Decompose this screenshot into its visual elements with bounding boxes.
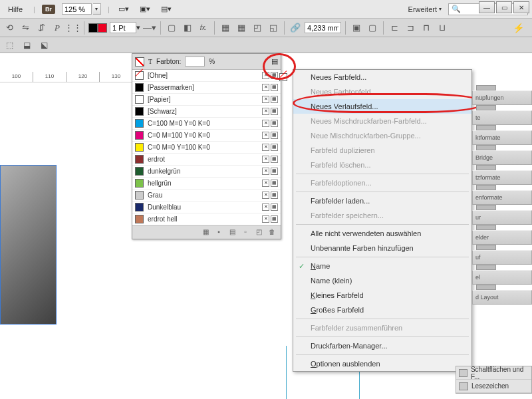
- tool-a-icon[interactable]: ⬚: [3, 39, 16, 51]
- swatch-row[interactable]: [Ohne]✕▦: [132, 70, 281, 82]
- swatch-row[interactable]: [Passermarken]✕▦: [132, 82, 281, 94]
- panel-grip[interactable]: [476, 145, 496, 150]
- menu-item[interactable]: Neues Verlaufsfeld...: [293, 99, 471, 114]
- menu-item[interactable]: Unbenannte Farben hinzufügen: [293, 241, 471, 255]
- stroke-weight-input[interactable]: [110, 22, 136, 33]
- help-menu[interactable]: Hilfe: [4, 3, 27, 15]
- panel-grip[interactable]: [476, 85, 496, 90]
- panel-grip[interactable]: [476, 245, 496, 250]
- panel-grip[interactable]: [476, 105, 496, 110]
- flip-v-icon[interactable]: ⇵: [35, 21, 48, 35]
- zoom-dropdown-icon[interactable]: ▾: [93, 3, 101, 15]
- menu-item[interactable]: Neues Farbfeld...: [293, 70, 471, 84]
- zoom-input[interactable]: [62, 3, 92, 15]
- panel-grip[interactable]: [476, 225, 496, 230]
- bridge-icon[interactable]: Br: [42, 5, 55, 14]
- panel-tab[interactable]: el: [472, 270, 532, 285]
- panel-grip[interactable]: [476, 185, 496, 190]
- swatch-row[interactable]: Dunkelblau✕▦: [132, 201, 281, 213]
- zoom-field[interactable]: ▾: [62, 3, 101, 15]
- corner-icon[interactable]: ◰: [251, 21, 264, 35]
- swatch-row[interactable]: erdrot✕▦: [132, 154, 281, 166]
- menu-item[interactable]: Großes Farbfeld: [293, 303, 471, 317]
- menu-item[interactable]: Name (klein): [293, 273, 471, 288]
- link-icon[interactable]: 🔗: [289, 21, 302, 35]
- minimize-button[interactable]: —: [479, 1, 495, 13]
- show-all-icon[interactable]: ▦: [201, 228, 210, 237]
- swatch-row[interactable]: hellgrün✕▦: [132, 178, 281, 190]
- panel-grip[interactable]: [476, 205, 496, 210]
- trash-icon[interactable]: 🗑: [267, 228, 277, 237]
- swatch-row[interactable]: Grau✕▦: [132, 190, 281, 201]
- align-2-icon[interactable]: ⊐: [404, 21, 417, 35]
- panel-grip[interactable]: [476, 265, 496, 270]
- stroke-weight-field[interactable]: ▾: [110, 22, 140, 33]
- text-wrap2-icon[interactable]: ▦: [235, 21, 248, 35]
- swatch-row[interactable]: dunkelgrün✕▦: [132, 166, 281, 178]
- swatch-row[interactable]: C=100 M=0 Y=0 K=0✕▦: [132, 118, 281, 130]
- panel-tab[interactable]: elder: [472, 230, 532, 245]
- panel-tab[interactable]: ktformate: [472, 130, 532, 145]
- tool-b-icon[interactable]: ⬓: [20, 39, 33, 51]
- panel-menu-icon[interactable]: ▤: [271, 57, 278, 66]
- fill-stroke-swatch[interactable]: [88, 23, 107, 33]
- workspace-switcher[interactable]: Erweitert ▾: [408, 5, 442, 13]
- panel-tab[interactable]: te: [472, 110, 532, 125]
- panel-tab[interactable]: d Layout: [472, 290, 532, 305]
- close-button[interactable]: ✕: [513, 1, 529, 13]
- selected-gradient-frame[interactable]: [0, 165, 57, 325]
- show-gradient-icon[interactable]: ▤: [227, 228, 237, 237]
- fx-icon[interactable]: fx.: [197, 21, 210, 35]
- swatch-row[interactable]: [Papier]✕▦: [132, 94, 281, 106]
- panel-tab[interactable]: tzformate: [472, 170, 532, 185]
- screen-mode-icon[interactable]: ▣▾: [138, 3, 152, 16]
- stroke-style-icon[interactable]: —▾: [143, 21, 156, 35]
- view-mode-icon[interactable]: ▭▾: [116, 3, 131, 16]
- arrange-icon[interactable]: ▤▾: [159, 3, 174, 16]
- fit-content-icon[interactable]: ▣: [350, 21, 363, 35]
- distribute-icon[interactable]: ⋮⋮: [66, 21, 80, 35]
- transform-icon[interactable]: ⟲: [3, 21, 16, 35]
- text-wrap-icon[interactable]: ▦: [219, 21, 232, 35]
- new-swatch-icon[interactable]: ▫: [241, 228, 250, 237]
- panel-tab[interactable]: ur: [472, 210, 532, 225]
- panel-item[interactable]: Lesezeichen: [456, 380, 531, 393]
- tool-c-icon[interactable]: ⬕: [37, 39, 51, 51]
- opacity-icon[interactable]: ◧: [181, 21, 194, 35]
- panel-tab[interactable]: Bridge: [472, 150, 532, 165]
- new2-icon[interactable]: ◰: [254, 228, 263, 237]
- panel-grip[interactable]: [476, 125, 496, 130]
- menu-item[interactable]: Druckfarben-Manager...: [293, 338, 471, 353]
- character-icon[interactable]: P: [51, 21, 64, 35]
- align-3-icon[interactable]: ⊓: [420, 21, 433, 35]
- drop-shadow-icon[interactable]: ▢: [165, 21, 178, 35]
- menu-item[interactable]: Alle nicht verwendeten auswählen: [293, 226, 471, 241]
- swatch-row[interactable]: C=0 M=100 Y=0 K=0✕▦: [132, 130, 281, 142]
- menu-item[interactable]: Farbfelder laden...: [293, 194, 471, 208]
- show-color-icon[interactable]: ▪: [214, 228, 223, 237]
- panel-grip[interactable]: [476, 285, 496, 290]
- fill-stroke-mini-icon[interactable]: [135, 57, 144, 66]
- swatch-row[interactable]: [Schwarz]✕▦: [132, 106, 281, 118]
- quick-apply-icon[interactable]: ⚡: [513, 23, 524, 33]
- panel-tab[interactable]: nüpfungen: [472, 90, 532, 105]
- maximize-button[interactable]: ▭: [496, 1, 512, 13]
- panel-tab[interactable]: uf: [472, 250, 532, 265]
- tint-input[interactable]: [185, 57, 205, 66]
- menu-item[interactable]: Optionen ausblenden: [293, 356, 471, 371]
- chevron-down-icon[interactable]: ▾: [136, 23, 140, 32]
- menu-item[interactable]: Name: [293, 259, 471, 273]
- fit-frame-icon[interactable]: ▢: [366, 21, 379, 35]
- align-1-icon[interactable]: ⊏: [388, 21, 401, 35]
- panel-tab[interactable]: enformate: [472, 190, 532, 205]
- align-4-icon[interactable]: ⊔: [436, 21, 449, 35]
- panel-item[interactable]: Schaltflächen und F...: [456, 366, 531, 380]
- swatch-row[interactable]: erdrot hell✕▦: [132, 213, 281, 225]
- flip-h-icon[interactable]: ⇋: [19, 21, 32, 35]
- swatch-row[interactable]: C=0 M=0 Y=100 K=0✕▦: [132, 142, 281, 154]
- tool-t-icon[interactable]: T: [148, 58, 152, 65]
- panel-grip[interactable]: [476, 165, 496, 170]
- corner2-icon[interactable]: ◱: [267, 21, 280, 35]
- measure-input[interactable]: [305, 22, 341, 33]
- menu-item[interactable]: Kleines Farbfeld: [293, 288, 471, 303]
